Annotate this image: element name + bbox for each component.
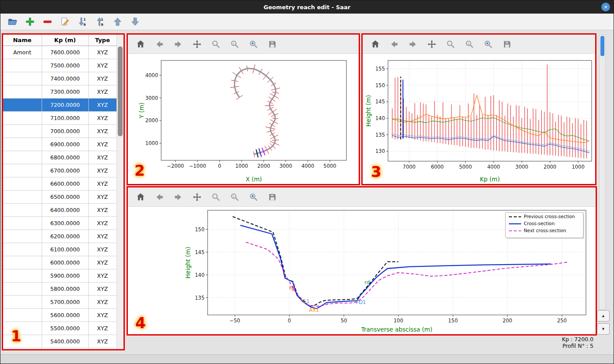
edit-row-button[interactable] xyxy=(58,15,71,28)
customize-icon[interactable] xyxy=(482,38,495,51)
customize-icon[interactable] xyxy=(247,191,260,204)
save-icon[interactable] xyxy=(501,38,514,51)
header-kp[interactable]: Kp (m) xyxy=(42,35,88,46)
table-row[interactable]: 6700.0000XYZ xyxy=(3,164,116,177)
annotation-mark-1: 1 xyxy=(11,327,21,345)
annotation-mark-3: 3 xyxy=(371,163,381,180)
sort-ascending-button[interactable]: 19 xyxy=(93,15,106,28)
svg-text:Height (m): Height (m) xyxy=(184,247,191,279)
arrow-up-icon xyxy=(113,17,123,27)
svg-text:3000: 3000 xyxy=(145,95,158,101)
table-row[interactable]: 7100.0000XYZ xyxy=(3,111,116,124)
svg-text:2000: 2000 xyxy=(543,164,556,170)
svg-text:9: 9 xyxy=(101,23,103,27)
save-icon[interactable] xyxy=(266,38,279,51)
table-row[interactable]: 6800.0000XYZ xyxy=(3,151,116,164)
scroll-down-button[interactable]: ▼ xyxy=(597,323,610,335)
svg-text:i: i xyxy=(468,42,469,46)
svg-text:140: 140 xyxy=(195,272,205,278)
status-bar xyxy=(0,354,614,364)
window-scrollbar-thumb[interactable] xyxy=(600,36,604,56)
open-button[interactable] xyxy=(6,15,19,28)
svg-text:3000: 3000 xyxy=(515,164,528,170)
table-row[interactable]: 7000.0000XYZ xyxy=(3,124,116,138)
cross-section-chart[interactable]: −50050100150200250135140145150Transverse… xyxy=(128,207,596,334)
table-row[interactable]: 5300.0000XYZ xyxy=(3,348,116,350)
table-scrollbar[interactable] xyxy=(116,35,124,349)
pan-icon[interactable] xyxy=(425,38,438,51)
table-row[interactable]: 6600.0000XYZ xyxy=(3,177,116,190)
table-row[interactable]: 6000.0000XYZ xyxy=(3,256,116,269)
table-row[interactable]: 6500.0000XYZ xyxy=(3,190,116,203)
scroll-up-button[interactable]: ▲ xyxy=(597,310,610,322)
arrow-down-icon xyxy=(130,17,140,27)
table-row[interactable]: 5800.0000XYZ xyxy=(3,282,116,295)
svg-text:−2000: −2000 xyxy=(167,163,184,169)
table-row[interactable]: 6400.0000XYZ xyxy=(3,203,116,216)
save-icon[interactable] xyxy=(266,191,279,204)
zoom-icon[interactable] xyxy=(209,38,222,51)
svg-text:2000: 2000 xyxy=(258,163,270,169)
plan-chart[interactable]: −2000−1000010002000300040005000100020003… xyxy=(128,54,359,184)
svg-text:rg: rg xyxy=(289,285,295,291)
svg-text:145: 145 xyxy=(375,99,385,105)
table-header-row: Name Kp (m) Type xyxy=(3,35,116,46)
subplots-icon[interactable]: i xyxy=(228,191,241,204)
table-row[interactable]: 5700.0000XYZ xyxy=(3,295,116,308)
home-icon[interactable] xyxy=(369,38,382,51)
window: Geometry reach edit - Saar ✕ 19 19 xyxy=(0,0,614,364)
svg-text:1000: 1000 xyxy=(572,164,584,170)
titlebar[interactable]: Geometry reach edit - Saar ✕ xyxy=(0,0,614,14)
svg-text:0: 0 xyxy=(288,318,291,324)
table-row[interactable]: 5900.0000XYZ xyxy=(3,269,116,282)
table-row[interactable]: Amont7600.0000XYZ xyxy=(3,46,116,59)
profile-chart[interactable]: 7000600050004000300020001000130135140145… xyxy=(363,54,595,184)
sort-descending-button[interactable]: 19 xyxy=(76,15,89,28)
table-scrollbar-thumb[interactable] xyxy=(118,46,123,136)
back-icon[interactable] xyxy=(388,38,401,51)
table-row[interactable]: 6900.0000XYZ xyxy=(3,138,116,151)
subplots-icon[interactable]: i xyxy=(228,38,241,51)
pan-icon[interactable] xyxy=(191,38,204,51)
back-icon[interactable] xyxy=(153,38,166,51)
svg-text:135: 135 xyxy=(375,132,385,138)
zoom-icon[interactable] xyxy=(444,38,457,51)
home-icon[interactable] xyxy=(134,38,147,51)
pan-icon[interactable] xyxy=(191,191,204,204)
svg-text:Cross-section: Cross-section xyxy=(524,221,554,226)
close-button[interactable]: ✕ xyxy=(601,3,610,11)
kp-readout: Kp : 7200.0 Profil N° : 5 xyxy=(562,336,593,349)
subplots-icon[interactable]: i xyxy=(463,38,476,51)
back-icon[interactable] xyxy=(153,191,166,204)
svg-text:Kp (m): Kp (m) xyxy=(480,176,500,183)
table-row[interactable]: 6200.0000XYZ xyxy=(3,230,116,243)
window-scrollbar[interactable] xyxy=(599,35,606,310)
forward-icon[interactable] xyxy=(172,191,185,204)
customize-icon[interactable] xyxy=(247,38,260,51)
svg-text:AX1: AX1 xyxy=(309,307,319,313)
table-row[interactable]: 7500.0000XYZ xyxy=(3,59,116,72)
table-row[interactable]: 5600.0000XYZ xyxy=(3,308,116,322)
home-icon[interactable] xyxy=(134,191,147,204)
forward-icon[interactable] xyxy=(406,38,420,51)
table-row[interactable]: 6300.0000XYZ xyxy=(3,216,116,230)
profil-number-label: Profil N° : 5 xyxy=(562,343,593,349)
svg-text:130: 130 xyxy=(375,148,385,154)
svg-text:Y (m): Y (m) xyxy=(138,102,145,119)
header-type[interactable]: Type xyxy=(88,35,116,46)
add-row-button[interactable] xyxy=(23,15,36,28)
annotation-mark-2: 2 xyxy=(134,162,145,179)
table-row[interactable]: 7400.0000XYZ xyxy=(3,72,116,85)
longitudinal-profile-panel: i 70006000500040003000200010001301351401… xyxy=(361,33,596,185)
plus-icon xyxy=(25,17,35,27)
header-name[interactable]: Name xyxy=(3,35,42,46)
move-up-button[interactable] xyxy=(111,15,124,28)
svg-text:1: 1 xyxy=(83,18,85,21)
zoom-icon[interactable] xyxy=(209,191,222,204)
move-down-button[interactable] xyxy=(128,15,141,28)
forward-icon[interactable] xyxy=(172,38,185,51)
table-row[interactable]: 6100.0000XYZ xyxy=(3,243,116,256)
table-row[interactable]: 7300.0000XYZ xyxy=(3,85,116,98)
remove-row-button[interactable] xyxy=(41,15,54,28)
table-row[interactable]: 7200.0000XYZ xyxy=(3,98,116,111)
